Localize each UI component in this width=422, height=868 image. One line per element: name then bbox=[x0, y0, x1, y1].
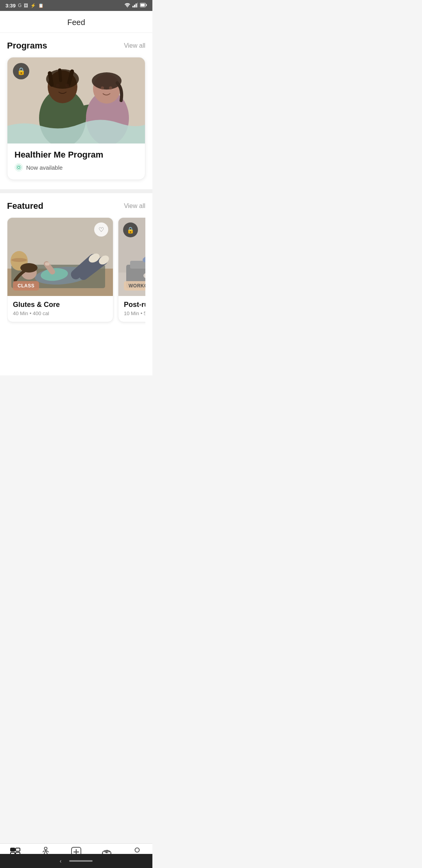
svg-rect-46 bbox=[130, 261, 145, 269]
programs-header: Programs View all bbox=[7, 41, 145, 51]
program-name: Healthier Me Program bbox=[14, 150, 138, 160]
svg-rect-7 bbox=[141, 4, 145, 7]
main-content: Programs View all bbox=[0, 33, 152, 375]
featured-card-2-title: Post-run stretc… bbox=[124, 301, 145, 309]
radio-icon bbox=[14, 163, 23, 172]
clipboard-icon: 📋 bbox=[38, 3, 44, 8]
flash-icon: ⚡ bbox=[30, 3, 36, 8]
status-time: 3:39 bbox=[5, 3, 16, 9]
favorite-button-card1[interactable]: ♡ bbox=[94, 222, 108, 237]
wifi-icon bbox=[124, 3, 131, 8]
signal-icon bbox=[132, 3, 138, 8]
gallery-icon: 🖼 bbox=[24, 3, 28, 8]
featured-card-1-title: Glutes & Core bbox=[13, 301, 107, 309]
svg-rect-3 bbox=[136, 4, 137, 7]
programs-view-all-button[interactable]: View all bbox=[124, 42, 145, 49]
program-status: Now available bbox=[14, 163, 138, 172]
featured-view-all-button[interactable]: View all bbox=[124, 203, 145, 210]
featured-title: Featured bbox=[7, 201, 43, 211]
svg-point-25 bbox=[16, 165, 21, 170]
section-divider bbox=[0, 189, 152, 193]
program-status-label: Now available bbox=[26, 164, 63, 171]
featured-cards-container: ♡ CLASS Glutes & Core 40 Min • 400 cal bbox=[7, 217, 145, 328]
svg-point-24 bbox=[18, 166, 20, 169]
featured-card-1-info: Glutes & Core 40 Min • 400 cal bbox=[7, 296, 113, 322]
program-card[interactable]: 🔒 Healthier Me Program Now available bbox=[7, 57, 145, 180]
svg-rect-6 bbox=[146, 4, 147, 6]
svg-point-21 bbox=[92, 72, 122, 90]
featured-card-2[interactable]: 🔒 WORKOUT Post-run stretc… 10 Min • 50 c… bbox=[118, 217, 145, 322]
svg-point-0 bbox=[127, 7, 128, 7]
program-info: Healthier Me Program Now available bbox=[7, 143, 145, 179]
featured-card-2-meta: 10 Min • 50 cal bbox=[124, 310, 145, 316]
svg-point-32 bbox=[11, 258, 27, 262]
card2-lock-badge: 🔒 bbox=[123, 222, 138, 237]
svg-point-23 bbox=[109, 86, 112, 90]
svg-rect-2 bbox=[134, 5, 135, 7]
program-image: 🔒 bbox=[7, 57, 145, 143]
featured-section: Featured View all bbox=[0, 193, 152, 328]
svg-point-16 bbox=[56, 84, 60, 88]
featured-card-2-image: 🔒 WORKOUT bbox=[118, 218, 145, 296]
featured-header: Featured View all bbox=[7, 201, 145, 211]
status-bar: 3:39 G 🖼 ⚡ 📋 bbox=[0, 0, 152, 11]
svg-rect-42 bbox=[45, 262, 50, 265]
page-header: Feed bbox=[0, 11, 152, 33]
programs-title: Programs bbox=[7, 41, 47, 51]
svg-rect-4 bbox=[137, 3, 138, 7]
featured-card-2-info: Post-run stretc… 10 Min • 50 cal bbox=[118, 296, 145, 322]
battery-icon bbox=[140, 3, 147, 8]
program-lock-badge: 🔒 bbox=[13, 63, 29, 79]
status-icons bbox=[124, 3, 147, 8]
class-badge-card1: CLASS bbox=[13, 281, 39, 291]
svg-rect-1 bbox=[132, 6, 134, 7]
status-left: 3:39 G 🖼 ⚡ 📋 bbox=[5, 3, 44, 9]
featured-card-1-image: ♡ CLASS bbox=[7, 218, 113, 296]
google-icon: G bbox=[18, 3, 21, 8]
page-title: Feed bbox=[0, 18, 152, 27]
programs-section: Programs View all bbox=[0, 33, 152, 180]
svg-point-22 bbox=[101, 86, 104, 90]
svg-point-17 bbox=[65, 84, 69, 88]
workout-badge-card2: WORKOUT bbox=[124, 281, 145, 291]
featured-card-1[interactable]: ♡ CLASS Glutes & Core 40 Min • 400 cal bbox=[7, 217, 113, 322]
featured-card-1-meta: 40 Min • 400 cal bbox=[13, 310, 107, 316]
